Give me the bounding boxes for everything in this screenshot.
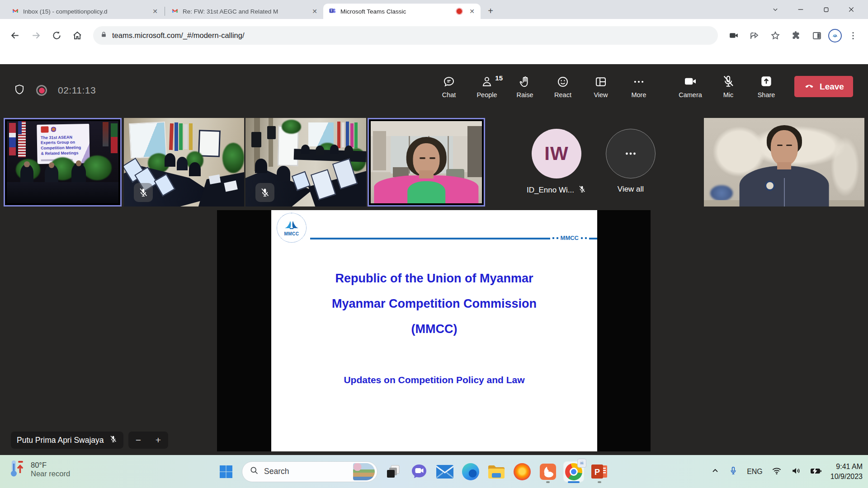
video-tile-speaker-right[interactable]: [704, 118, 864, 206]
gmail-icon: [171, 7, 179, 16]
video-scene: [371, 121, 482, 203]
chat-button[interactable]: Chat: [432, 74, 466, 99]
camera-in-use-icon[interactable]: [724, 26, 743, 45]
mic-off-icon: [721, 74, 736, 89]
side-panel-icon[interactable]: [807, 26, 826, 45]
task-view-button[interactable]: [383, 462, 403, 482]
volume-icon[interactable]: [791, 466, 802, 478]
view-all-button[interactable]: [606, 129, 656, 178]
lock-icon: [100, 31, 107, 40]
url-text: teams.microsoft.com/_#/modern-calling/: [112, 31, 245, 40]
chrome-browser-icon[interactable]: ☠: [564, 462, 584, 482]
tab-mail-thread[interactable]: Re: FW: 31st AEGC and Related M ✕: [166, 4, 323, 19]
tab-title: Re: FW: 31st AEGC and Related M: [183, 8, 306, 15]
new-tab-button[interactable]: +: [484, 5, 497, 17]
avatar-initials: IW: [544, 143, 568, 164]
window-minimize-button[interactable]: [794, 3, 807, 16]
app-running-indicator: [598, 481, 601, 483]
raise-hand-button[interactable]: Raise: [508, 74, 542, 99]
tab-close-icon[interactable]: ✕: [310, 6, 320, 16]
share-page-icon[interactable]: [745, 26, 764, 45]
file-explorer-icon[interactable]: [486, 462, 506, 482]
tab-recording-indicator-icon: [456, 8, 463, 15]
presenter-name-pill: Putu Prima Apri Swajaya: [11, 432, 123, 449]
device-controls: Camera Mic Share: [674, 74, 783, 99]
muted-overlay: [134, 183, 153, 202]
view-label: View: [594, 91, 608, 99]
raise-label: Raise: [516, 91, 533, 99]
clock-widget[interactable]: 9:41 AM 10/9/2023: [830, 462, 863, 481]
weather-widget[interactable]: 80°F Near record: [10, 459, 70, 480]
more-button[interactable]: More: [622, 74, 656, 99]
video-scene: [704, 118, 864, 206]
presenter-name: Putu Prima Apri Swajaya: [17, 436, 104, 445]
bookmark-star-icon[interactable]: [766, 26, 785, 45]
home-icon[interactable]: [68, 26, 87, 45]
edge-browser-icon[interactable]: [461, 462, 481, 482]
people-icon: 15: [480, 74, 494, 89]
more-label: More: [631, 91, 646, 99]
view-all-text: View all: [618, 185, 644, 194]
back-icon[interactable]: [5, 26, 24, 45]
browser-menu-icon[interactable]: [844, 26, 863, 45]
start-button[interactable]: [216, 462, 236, 482]
header-tag-text: MMCC: [561, 235, 579, 241]
call-timer: 02:11:13: [58, 85, 96, 96]
tab-teams-active[interactable]: T Microsoft Teams Classic ✕: [323, 4, 481, 19]
zoom-out-button[interactable]: −: [131, 435, 146, 446]
camera-button[interactable]: Camera: [674, 74, 707, 99]
avatar-iw[interactable]: IW: [532, 129, 581, 178]
react-button[interactable]: React: [546, 74, 580, 99]
share-label: Share: [758, 91, 775, 99]
tab-title: Inbox (15) - competitionpolicy.d: [23, 8, 146, 15]
tray-chevron-up-icon[interactable]: [711, 466, 720, 477]
zoom-in-button[interactable]: +: [151, 435, 166, 446]
share-screen-icon: [759, 74, 774, 89]
battery-charging-icon[interactable]: [810, 466, 822, 478]
slide-title-line1: Republic of the Union of Myanmar: [271, 272, 597, 286]
people-button[interactable]: 15 People: [470, 74, 504, 99]
taskbar-center: Search ☠ P: [216, 455, 609, 488]
slide-header-tag: MMCC: [550, 235, 589, 241]
teams-icon: T: [329, 7, 336, 16]
profile-avatar[interactable]: [828, 29, 842, 42]
window-maximize-button[interactable]: [819, 3, 833, 16]
search-daily-image[interactable]: [353, 463, 375, 480]
people-label: People: [476, 91, 497, 99]
powerpoint-app-icon[interactable]: P: [590, 462, 609, 482]
call-status-group: 02:11:13: [14, 83, 96, 98]
reload-icon[interactable]: [47, 26, 66, 45]
video-tile-conference-2[interactable]: [124, 118, 244, 206]
leave-button[interactable]: Leave: [794, 76, 853, 97]
tray-time: 9:41 AM: [830, 462, 863, 472]
language-indicator[interactable]: ENG: [747, 468, 763, 476]
wifi-icon[interactable]: [771, 466, 782, 478]
mic-button[interactable]: Mic: [712, 74, 745, 99]
window-close-button[interactable]: [844, 3, 858, 16]
search-box[interactable]: Search: [242, 461, 377, 482]
share-button[interactable]: Share: [750, 74, 783, 99]
view-button[interactable]: View: [584, 74, 618, 99]
tab-close-icon[interactable]: ✕: [150, 6, 160, 16]
tab-close-icon[interactable]: ✕: [467, 6, 477, 16]
mic-label: Mic: [723, 91, 734, 99]
rabbit-vpn-app-icon[interactable]: [538, 462, 558, 482]
mic-in-use-icon[interactable]: [728, 465, 738, 479]
firefox-browser-icon[interactable]: [512, 462, 532, 482]
tab-inbox[interactable]: Inbox (15) - competitionpolicy.d ✕: [6, 4, 164, 19]
shared-screen-stage: MMCC MMCC Republic of the Union of Myanm…: [217, 210, 651, 451]
video-tile-conference-1[interactable]: The 31st ASEAN Experts Group on Competit…: [4, 118, 122, 206]
address-bar[interactable]: teams.microsoft.com/_#/modern-calling/: [93, 26, 718, 45]
thermometer-icon: [10, 459, 25, 480]
weather-temp: 80°F: [31, 461, 70, 469]
forward-icon[interactable]: [26, 26, 45, 45]
mail-app-icon[interactable]: [435, 462, 455, 482]
extensions-icon[interactable]: [787, 26, 806, 45]
tab-search-chevron-icon[interactable]: [769, 3, 782, 16]
video-tile-speaker-pink[interactable]: [368, 118, 485, 206]
video-tile-conference-3[interactable]: [245, 118, 366, 206]
tray-date: 10/9/2023: [830, 472, 863, 482]
camera-label: Camera: [679, 91, 702, 99]
teams-chat-app-icon[interactable]: [409, 462, 429, 482]
call-toolbar: Chat 15 People Raise React View More: [432, 74, 656, 99]
